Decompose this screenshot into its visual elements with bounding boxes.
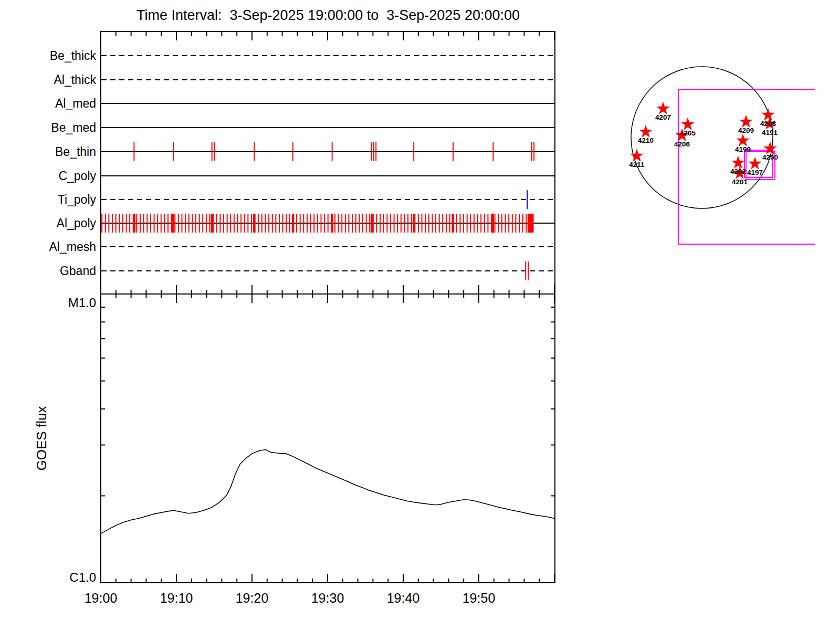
active-region-star-4207 <box>656 102 670 114</box>
x-tick-label-19:40: 19:40 <box>387 591 420 605</box>
x-tick-label-19:50: 19:50 <box>463 591 496 605</box>
active-region-star-4205 <box>681 118 695 130</box>
chart-title: Time Interval: 3-Sep-2025 19:00:00 to 3-… <box>101 7 555 24</box>
filter-label-Al_med: Al_med <box>55 97 96 110</box>
goes-flux-curve <box>101 450 554 534</box>
active-region-label-4199: 4199 <box>735 145 751 153</box>
active-region-label-4208: 4208 <box>760 120 776 128</box>
active-region-star-4197 <box>748 156 762 170</box>
timeline-panel-frame <box>101 32 555 294</box>
fov-box-large <box>678 89 815 244</box>
active-region-label-4201: 4201 <box>732 178 748 186</box>
x-tick-label-19:20: 19:20 <box>236 591 269 605</box>
goes-ylabel: GOES flux <box>34 406 49 471</box>
active-region-label-4207: 4207 <box>655 113 671 121</box>
active-region-star-4210 <box>639 125 653 138</box>
goes-y-bottom-label: C1.0 <box>69 570 96 584</box>
filter-label-Al_mesh: Al_mesh <box>49 240 96 254</box>
active-region-label-4209: 4209 <box>738 127 754 134</box>
goes-panel-frame <box>101 294 555 583</box>
active-region-label-4200: 4200 <box>762 153 778 161</box>
active-region-label-4197: 4197 <box>747 169 763 176</box>
active-region-label-4210: 4210 <box>638 136 654 144</box>
x-tick-label-19:10: 19:10 <box>160 591 193 605</box>
filter-label-Be_med: Be_med <box>51 121 96 134</box>
active-region-star-4208 <box>761 108 775 121</box>
filter-label-Al_poly: Al_poly <box>57 216 97 230</box>
filter-label-C_poly: C_poly <box>58 169 96 183</box>
active-region-star-4202 <box>731 156 745 169</box>
goes-y-top-label: M1.0 <box>68 296 96 310</box>
active-region-star-4209 <box>739 115 753 128</box>
filter-label-Gband: Gband <box>60 264 96 278</box>
timeline-goes-sun-chart: Be_thickAl_thickAl_medBe_medBe_thinC_pol… <box>0 0 840 630</box>
filter-label-Ti_poly: Ti_poly <box>58 193 97 206</box>
x-tick-label-19:30: 19:30 <box>311 591 344 605</box>
active-region-label-4191: 4191 <box>762 129 778 136</box>
xrt-timeline-page: Time Interval: 3-Sep-2025 19:00:00 to 3-… <box>0 0 840 630</box>
active-region-label-4206: 4206 <box>674 140 690 148</box>
filter-label-Al_thick: Al_thick <box>54 73 96 87</box>
filter-label-Be_thin: Be_thin <box>55 145 96 159</box>
active-region-label-4205: 4205 <box>680 129 696 137</box>
filter-label-Be_thick: Be_thick <box>50 49 97 62</box>
active-region-star-4199 <box>736 133 750 146</box>
active-region-label-4211: 4211 <box>629 161 645 169</box>
active-region-label-4202: 4202 <box>730 167 746 175</box>
x-tick-label-19:00: 19:00 <box>85 591 118 605</box>
